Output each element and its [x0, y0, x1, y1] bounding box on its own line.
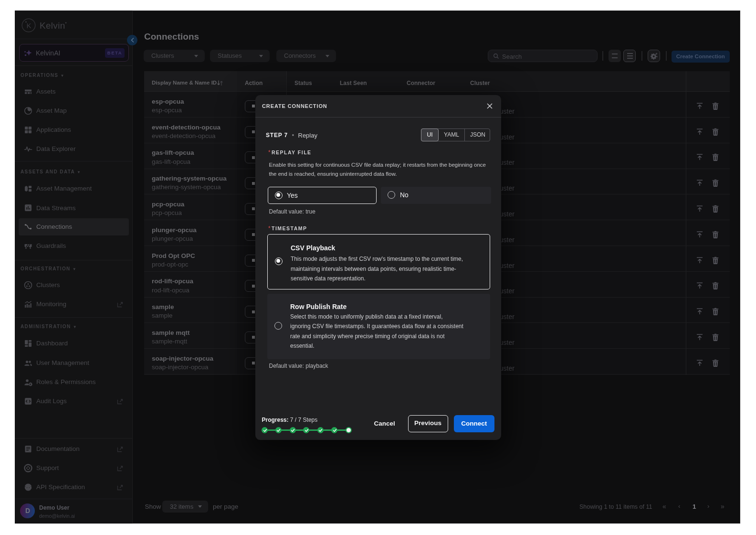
svg-text:K: K: [26, 21, 31, 30]
svg-text:{··}: {··}: [24, 485, 32, 490]
